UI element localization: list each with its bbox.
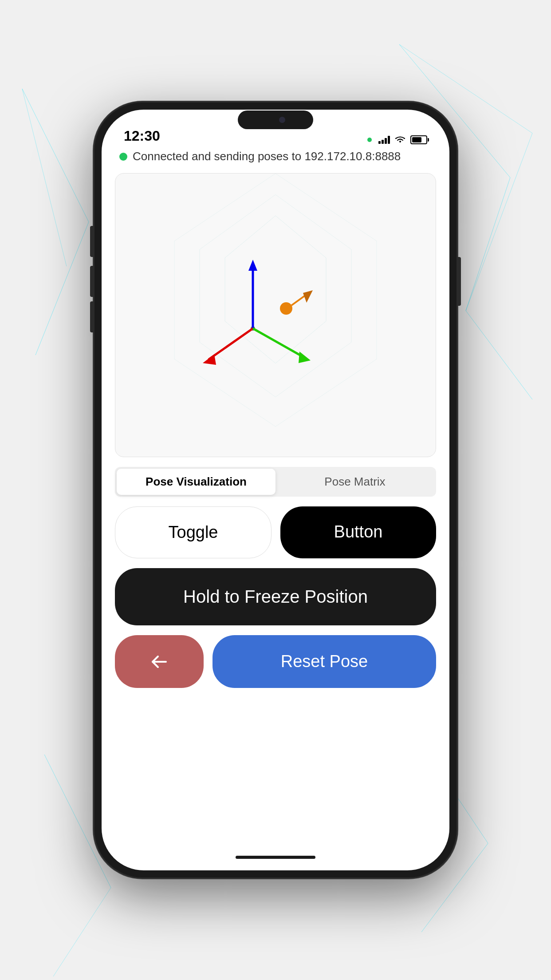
connection-status: Connected and sending poses to 192.172.1… <box>115 150 436 163</box>
back-button[interactable] <box>115 635 204 688</box>
connection-text: Connected and sending poses to 192.172.1… <box>133 150 401 163</box>
svg-line-2 <box>466 311 532 399</box>
phone-screen: 12:30 <box>102 110 449 870</box>
toggle-button[interactable]: Toggle <box>115 506 272 558</box>
svg-line-6 <box>35 222 89 355</box>
svg-marker-18 <box>299 352 311 363</box>
svg-line-15 <box>209 328 253 360</box>
svg-line-17 <box>253 328 304 357</box>
axes-3d <box>184 240 335 391</box>
freeze-button[interactable]: Hold to Freeze Position <box>115 568 436 625</box>
toggle-button-row: Toggle Button <box>115 506 436 558</box>
segment-tabs: Pose Visualization Pose Matrix <box>115 467 436 497</box>
signal-icon <box>378 136 390 144</box>
svg-line-4 <box>466 133 532 311</box>
dynamic-island <box>238 111 313 129</box>
svg-line-5 <box>22 89 89 222</box>
connection-dot <box>119 153 127 161</box>
reset-pose-button[interactable]: Reset Pose <box>213 635 436 688</box>
content-area: Connected and sending poses to 192.172.1… <box>102 150 449 844</box>
svg-line-7 <box>22 89 67 266</box>
tab-pose-visualization[interactable]: Pose Visualization <box>117 469 276 495</box>
svg-marker-21 <box>303 290 313 303</box>
battery-icon <box>410 135 427 144</box>
svg-marker-16 <box>203 354 216 365</box>
pose-visualization-box <box>115 173 436 457</box>
tab-pose-matrix[interactable]: Pose Matrix <box>276 469 434 495</box>
svg-line-1 <box>466 178 510 311</box>
wifi-icon <box>394 135 406 144</box>
home-bar <box>236 856 315 859</box>
status-time: 12:30 <box>124 128 160 144</box>
phone-shell: 12:30 <box>94 102 457 878</box>
svg-point-19 <box>280 302 292 315</box>
battery-fill <box>412 137 421 142</box>
camera-dot <box>279 117 285 123</box>
back-arrow-icon <box>150 654 169 670</box>
svg-marker-14 <box>248 260 257 271</box>
network-indicator <box>367 138 372 142</box>
bottom-row: Reset Pose <box>115 635 436 688</box>
home-indicator <box>102 844 449 870</box>
action-button[interactable]: Button <box>280 506 436 558</box>
svg-line-11 <box>53 888 111 976</box>
status-icons <box>367 135 427 144</box>
